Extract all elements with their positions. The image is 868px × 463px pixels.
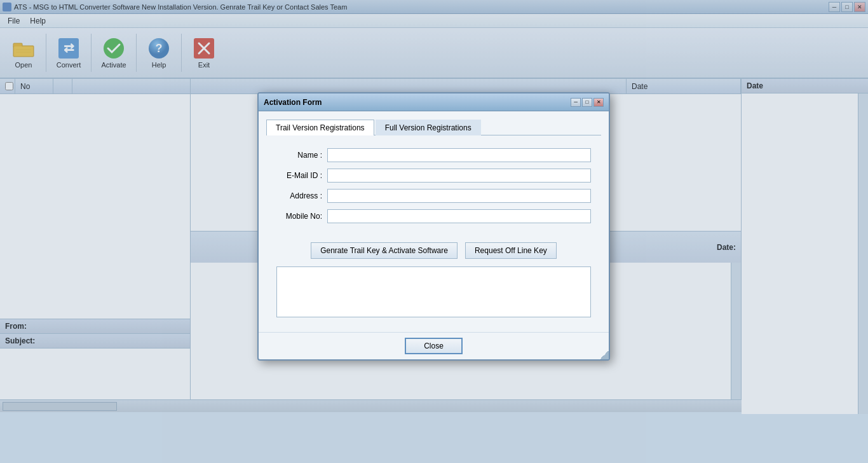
dialog-title: Activation Form	[264, 98, 571, 107]
name-label: Name :	[276, 151, 327, 160]
form-area: Name : E-Mail ID : Address : Mobile No:	[266, 143, 601, 235]
tab-strip: Trail Version Registrations Full Version…	[266, 119, 601, 135]
mobile-label: Mobile No:	[276, 212, 327, 221]
dialog-restore-btn[interactable]: □	[582, 98, 592, 107]
address-input[interactable]	[327, 189, 591, 203]
name-input[interactable]	[327, 148, 591, 162]
output-area-container	[266, 266, 601, 324]
mobile-row: Mobile No:	[276, 209, 591, 223]
activation-dialog: Activation Form ─ □ ✕ Trail Version Regi…	[257, 92, 610, 361]
request-offline-key-button[interactable]: Request Off Line Key	[465, 242, 557, 259]
output-textarea[interactable]	[276, 266, 591, 317]
dialog-close-btn[interactable]: ✕	[593, 98, 604, 107]
email-label: E-Mail ID :	[276, 171, 327, 180]
tab-trail[interactable]: Trail Version Registrations	[266, 120, 374, 135]
email-row: E-Mail ID :	[276, 169, 591, 183]
address-label: Address :	[276, 191, 327, 200]
address-row: Address :	[276, 189, 591, 203]
close-button[interactable]: Close	[405, 338, 463, 354]
mobile-input[interactable]	[327, 209, 591, 223]
generate-trail-key-button[interactable]: Genrate Trail Key & Activate Software	[311, 242, 458, 259]
dialog-body: Trail Version Registrations Full Version…	[259, 111, 609, 332]
dialog-titlebar: Activation Form ─ □ ✕	[259, 93, 609, 111]
resize-grip[interactable]	[600, 350, 609, 359]
form-buttons: Genrate Trail Key & Activate Software Re…	[266, 242, 601, 259]
dialog-minimize-btn[interactable]: ─	[571, 98, 581, 107]
tab-full[interactable]: Full Version Registrations	[376, 120, 481, 135]
close-area: Close	[259, 332, 609, 359]
name-row: Name :	[276, 148, 591, 162]
email-input[interactable]	[327, 169, 591, 183]
dialog-controls: ─ □ ✕	[571, 98, 604, 107]
